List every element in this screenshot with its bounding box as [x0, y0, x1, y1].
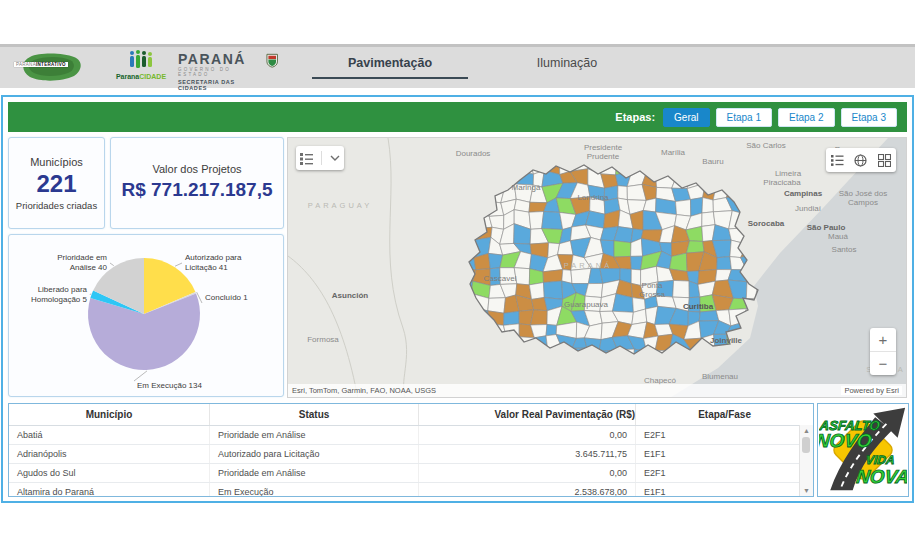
- municipality-cell[interactable]: [585, 283, 603, 297]
- municipality-cell[interactable]: [614, 241, 631, 257]
- municipality-cell[interactable]: [543, 270, 563, 283]
- municipality-cell[interactable]: [560, 348, 572, 368]
- municipality-cell[interactable]: [747, 267, 759, 282]
- municipality-cell[interactable]: [571, 348, 592, 368]
- municipality-cell[interactable]: [531, 310, 548, 325]
- municipality-cell[interactable]: [618, 186, 628, 200]
- map-canvas[interactable]: DouradosPresidentePrudenteMaríliaBauruSã…: [288, 138, 907, 398]
- municipality-cell[interactable]: [655, 156, 677, 175]
- municipality-cell[interactable]: [655, 334, 673, 351]
- municipality-cell[interactable]: [673, 280, 690, 297]
- municipality-cell[interactable]: [460, 173, 477, 185]
- municipality-cell[interactable]: [485, 348, 506, 368]
- municipality-cell[interactable]: [517, 349, 533, 367]
- municipality-cell[interactable]: [698, 353, 719, 366]
- column-header[interactable]: Valor Real Pavimentação (R$): [419, 404, 636, 425]
- municipality-cell[interactable]: [532, 349, 548, 367]
- municipality-cell[interactable]: [504, 311, 520, 325]
- municipality-cell[interactable]: [673, 160, 689, 176]
- municipality-cell[interactable]: [485, 336, 507, 352]
- tab-pavimentacao[interactable]: Pavimentação: [312, 56, 468, 79]
- table-row[interactable]: Agudos do SulPrioridade em Análise0,00E2…: [9, 464, 813, 483]
- municipality-cell[interactable]: [529, 212, 544, 230]
- municipality-cell[interactable]: [741, 171, 762, 186]
- etapa-button-geral[interactable]: Geral: [663, 108, 709, 127]
- municipality-cell[interactable]: [488, 298, 506, 314]
- municipality-cell[interactable]: [514, 268, 530, 285]
- municipality-cell[interactable]: [529, 269, 543, 285]
- etapa-button-etapa-2[interactable]: Etapa 2: [778, 108, 834, 127]
- table-scrollbar[interactable]: ▲ ▼: [799, 425, 813, 496]
- column-header[interactable]: Etapa/Fase: [636, 404, 813, 425]
- municipality-cell[interactable]: [587, 348, 603, 366]
- municipality-cell[interactable]: [741, 184, 762, 200]
- table-row[interactable]: AbatiáPrioridade em Análise0,00E2F1: [9, 426, 813, 445]
- municipality-cell[interactable]: [504, 155, 517, 173]
- municipality-cell[interactable]: [599, 350, 618, 368]
- municipality-cell[interactable]: [647, 351, 662, 368]
- municipality-cell[interactable]: [475, 172, 489, 188]
- municipality-cell[interactable]: [500, 350, 517, 368]
- municipality-cell[interactable]: [472, 198, 493, 216]
- municipality-cell[interactable]: [542, 212, 563, 230]
- municipality-cell[interactable]: [686, 349, 698, 367]
- municipality-cell[interactable]: [500, 337, 519, 352]
- zoom-in-button[interactable]: +: [870, 328, 896, 351]
- tab-iluminacao[interactable]: Iluminação: [492, 56, 642, 70]
- column-header[interactable]: Status: [210, 404, 419, 425]
- municipality-cell[interactable]: [546, 325, 557, 336]
- municipality-cell[interactable]: [485, 172, 504, 189]
- municipality-cell[interactable]: [457, 334, 476, 354]
- municipality-cell[interactable]: [686, 241, 704, 253]
- municipality-cell[interactable]: [458, 210, 474, 229]
- municipality-cell[interactable]: [717, 175, 733, 186]
- municipality-cell[interactable]: [729, 309, 747, 326]
- municipality-cell[interactable]: [729, 158, 746, 175]
- scrollbar-thumb[interactable]: [802, 437, 810, 453]
- municipality-cell[interactable]: [472, 324, 491, 336]
- table-row[interactable]: AdrianópolisAutorizado para Licitação3.6…: [9, 445, 813, 464]
- municipality-cell[interactable]: [458, 225, 473, 241]
- municipality-cell[interactable]: [544, 281, 563, 299]
- municipality-cell[interactable]: [629, 158, 647, 170]
- municipality-cell[interactable]: [717, 257, 732, 270]
- municipality-cell[interactable]: [475, 161, 489, 175]
- municipality-cell[interactable]: [460, 182, 477, 198]
- etapa-button-etapa-3[interactable]: Etapa 3: [841, 108, 897, 127]
- municipality-cell[interactable]: [631, 269, 640, 285]
- scroll-down-arrow[interactable]: ▼: [800, 485, 813, 496]
- municipality-cell[interactable]: [571, 268, 591, 283]
- scroll-up-arrow[interactable]: ▲: [800, 425, 813, 436]
- municipality-cell[interactable]: [475, 348, 492, 367]
- zoom-out-button[interactable]: −: [870, 351, 896, 375]
- municipality-cell[interactable]: [701, 175, 718, 183]
- list-legend-icon[interactable]: [831, 154, 844, 167]
- basemap-globe-icon[interactable]: [854, 154, 867, 167]
- municipality-cell[interactable]: [487, 324, 506, 337]
- municipality-cell[interactable]: [634, 349, 647, 364]
- legend-icon[interactable]: [300, 152, 313, 165]
- municipality-cell[interactable]: [729, 171, 742, 186]
- municipality-cell[interactable]: [676, 200, 691, 217]
- municipality-cell[interactable]: [473, 334, 487, 354]
- municipality-cell[interactable]: [647, 156, 660, 171]
- municipality-cell[interactable]: [458, 240, 474, 257]
- municipality-cell[interactable]: [472, 182, 493, 201]
- municipality-cell[interactable]: [742, 197, 759, 217]
- municipality-cell[interactable]: [699, 311, 719, 322]
- municipality-cell[interactable]: [669, 349, 690, 367]
- parana-map[interactable]: DouradosPresidentePrudenteMaríliaBauruSã…: [287, 137, 907, 398]
- municipality-cell[interactable]: [471, 210, 492, 229]
- municipality-cell[interactable]: [743, 158, 760, 171]
- municipality-cell[interactable]: [457, 354, 476, 367]
- municipality-cell[interactable]: [458, 254, 476, 270]
- municipality-cell[interactable]: [702, 212, 715, 227]
- municipality-cell[interactable]: [529, 283, 544, 300]
- municipality-cell[interactable]: [457, 322, 473, 339]
- etapa-button-etapa-1[interactable]: Etapa 1: [716, 108, 772, 127]
- column-header[interactable]: Município: [9, 404, 210, 425]
- municipality-cell[interactable]: [457, 307, 477, 324]
- basemap-gallery-grid-icon[interactable]: [878, 154, 891, 167]
- chevron-down-icon[interactable]: [330, 153, 340, 163]
- municipality-cell[interactable]: [702, 198, 713, 214]
